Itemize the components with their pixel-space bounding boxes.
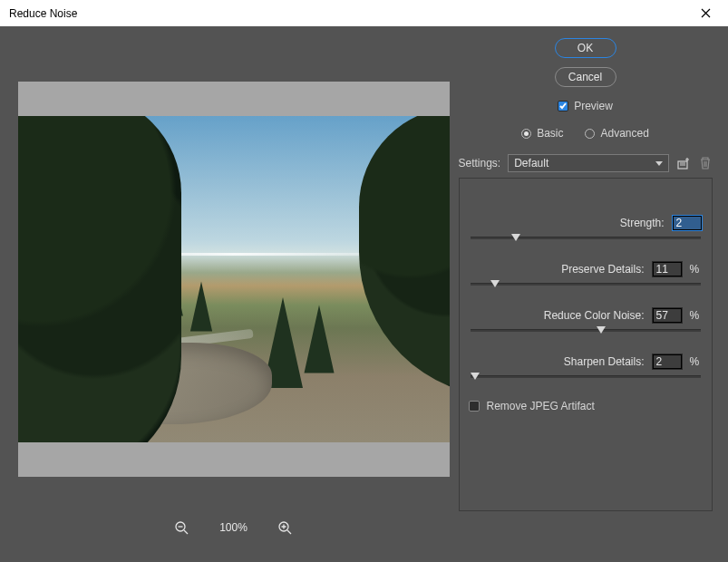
- workarea: 100% OK Cancel Preview Basic Advanced: [0, 27, 728, 562]
- window-title: Reduce Noise: [9, 7, 77, 20]
- slider-thumb[interactable]: [471, 373, 480, 380]
- strength-input[interactable]: [672, 215, 703, 231]
- close-icon: [701, 8, 711, 18]
- preview-toggle[interactable]: Preview: [558, 100, 613, 112]
- settings-select[interactable]: Default: [508, 154, 668, 172]
- ok-button[interactable]: OK: [555, 38, 616, 58]
- zoom-in-button[interactable]: [278, 520, 293, 535]
- zoom-level: 100%: [219, 521, 248, 534]
- mode-basic[interactable]: Basic: [521, 127, 563, 140]
- pct-suffix: %: [690, 263, 703, 276]
- reduce-color-input[interactable]: [652, 307, 683, 324]
- mode-advanced-label: Advanced: [600, 127, 648, 140]
- close-button[interactable]: [692, 0, 719, 27]
- settings-selected: Default: [514, 157, 548, 170]
- save-preset-button[interactable]: [676, 156, 691, 170]
- sharpen-details-input[interactable]: [652, 354, 683, 370]
- zoom-in-icon: [278, 521, 292, 535]
- slider-thumb[interactable]: [490, 280, 500, 287]
- params-panel: Strength: Preserve Details: %: [459, 178, 713, 511]
- controls-column: OK Cancel Preview Basic Advanced Setting…: [453, 27, 728, 562]
- param-strength: Strength:: [469, 215, 703, 239]
- zoom-controls: 100%: [174, 520, 293, 535]
- sharpen-details-slider[interactable]: [471, 375, 701, 378]
- param-sharpen-details: Sharpen Details: %: [469, 354, 703, 378]
- param-preserve-details: Preserve Details: %: [469, 261, 703, 286]
- tree-right: [359, 116, 450, 397]
- settings-row: Settings: Default: [459, 154, 713, 172]
- slider-thumb[interactable]: [597, 326, 606, 334]
- mode-row: Basic Advanced: [521, 127, 649, 140]
- preserve-details-label: Preserve Details:: [561, 263, 644, 276]
- preview-label: Preview: [574, 100, 613, 112]
- cancel-button[interactable]: Cancel: [555, 67, 616, 87]
- zoom-out-button[interactable]: [174, 520, 189, 535]
- jpeg-checkbox[interactable]: [469, 401, 480, 412]
- settings-label: Settings:: [459, 157, 501, 170]
- preview-image: [18, 116, 450, 442]
- tree-mid: [189, 282, 211, 332]
- trash-icon: [699, 156, 712, 170]
- tree-left: [18, 116, 181, 442]
- pct-suffix: %: [690, 309, 703, 322]
- strength-slider[interactable]: [471, 237, 701, 239]
- param-reduce-color-noise: Reduce Color Noise: %: [469, 307, 703, 332]
- radio-basic[interactable]: [521, 129, 531, 139]
- remove-jpeg-artifact[interactable]: Remove JPEG Artifact: [469, 400, 703, 412]
- chevron-down-icon: [655, 161, 663, 166]
- reduce-color-slider[interactable]: [471, 329, 701, 332]
- save-preset-icon: [676, 156, 691, 170]
- check-icon: [559, 102, 567, 110]
- zoom-out-icon: [175, 521, 189, 535]
- radio-advanced[interactable]: [585, 129, 595, 139]
- delete-preset-button[interactable]: [698, 156, 713, 170]
- reduce-color-label: Reduce Color Noise:: [544, 309, 645, 322]
- slider-thumb[interactable]: [511, 234, 520, 241]
- preview-checkbox[interactable]: [558, 101, 568, 111]
- preview-column: 100%: [0, 27, 453, 562]
- mode-advanced[interactable]: Advanced: [585, 127, 648, 140]
- mode-basic-label: Basic: [537, 127, 563, 140]
- sharpen-details-label: Sharpen Details:: [564, 355, 645, 368]
- jpeg-label: Remove JPEG Artifact: [487, 400, 595, 412]
- preserve-details-input[interactable]: [652, 261, 683, 277]
- preview-frame[interactable]: [18, 82, 450, 477]
- titlebar: Reduce Noise: [0, 0, 728, 27]
- preserve-details-slider[interactable]: [471, 283, 701, 286]
- strength-label: Strength:: [620, 217, 665, 229]
- tree-mid: [304, 305, 334, 373]
- pct-suffix: %: [690, 355, 703, 368]
